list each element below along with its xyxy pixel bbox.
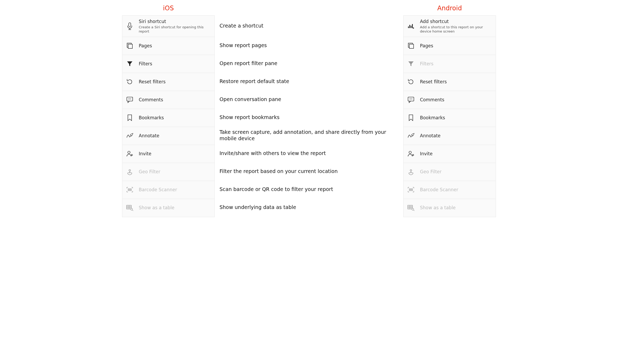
description-text: Show underlying data as table — [220, 204, 296, 211]
description-row: Restore report default state — [218, 72, 400, 90]
ios-menu-item[interactable]: Filters — [122, 55, 214, 73]
menu-item-label: Pages — [139, 43, 152, 48]
android-menu-item: Show as a table — [404, 199, 496, 217]
description-row: Filter the report based on your current … — [218, 162, 400, 180]
barcode-icon — [407, 187, 415, 193]
menu-item-label: Invite — [139, 151, 151, 156]
svg-point-36 — [411, 99, 411, 99]
svg-point-41 — [410, 170, 412, 171]
svg-rect-26 — [408, 26, 409, 28]
description-text: Scan barcode or QR code to filter your r… — [220, 186, 333, 193]
menu-item-label: Show as a table — [139, 205, 174, 210]
menu-item-label: Barcode Scanner — [420, 187, 458, 192]
svg-rect-0 — [129, 23, 131, 27]
svg-point-53 — [412, 208, 414, 210]
svg-rect-29 — [412, 24, 413, 28]
menu-item-label: Geo Filter — [139, 169, 160, 174]
android-heading: Android — [403, 3, 496, 15]
description-row: Show report bookmarks — [218, 108, 400, 126]
reset-icon — [126, 79, 134, 85]
svg-point-7 — [129, 99, 130, 99]
ios-menu-item[interactable]: Invite — [122, 145, 214, 163]
ios-menu-item[interactable]: Annotate — [122, 127, 214, 145]
menu-item-label: Add shortcut — [420, 19, 492, 24]
addshortcut-icon — [407, 23, 415, 29]
svg-rect-33 — [409, 44, 414, 48]
menu-item-label: Geo Filter — [420, 169, 442, 174]
description-text: Take screen capture, add annotation, and… — [220, 129, 398, 142]
filter-icon — [126, 61, 134, 67]
table-icon — [407, 205, 415, 211]
pages-icon — [126, 42, 134, 49]
description-row: Create a shortcut — [218, 15, 400, 37]
android-menu-item[interactable]: Bookmarks — [404, 109, 496, 127]
description-row: Take screen capture, add annotation, and… — [218, 126, 400, 144]
menu-item-subtext: Create a Siri shortcut for opening this … — [139, 25, 211, 33]
menu-item-label: Pages — [420, 43, 433, 48]
ios-menu: Siri shortcutCreate a Siri shortcut for … — [122, 15, 215, 217]
android-menu-item: Geo Filter — [404, 163, 496, 181]
descriptions-column: Create a shortcutShow report pagesOpen r… — [218, 3, 400, 216]
ios-menu-item: Geo Filter — [122, 163, 214, 181]
description-text: Invite/share with others to view the rep… — [220, 150, 326, 157]
table-icon — [126, 205, 134, 211]
ios-menu-item[interactable]: Pages — [122, 37, 214, 55]
android-menu-item: Filters — [404, 55, 496, 73]
description-text: Show report bookmarks — [220, 114, 280, 121]
comment-icon — [126, 97, 134, 103]
description-row: Invite/share with others to view the rep… — [218, 144, 400, 162]
reset-icon — [407, 79, 415, 85]
mic-icon — [126, 22, 134, 30]
filter-icon — [407, 61, 415, 67]
svg-rect-19 — [127, 205, 131, 209]
svg-point-35 — [410, 99, 410, 99]
svg-point-8 — [131, 99, 131, 99]
android-column: Android Add shortcutAdd a shortcut to th… — [403, 3, 496, 217]
svg-point-37 — [412, 99, 413, 99]
ios-menu-item[interactable]: Siri shortcutCreate a Siri shortcut for … — [122, 16, 214, 37]
android-menu-item: Barcode Scanner — [404, 181, 496, 199]
android-menu-item[interactable]: Add shortcutAdd a shortcut to this repor… — [404, 16, 496, 37]
geo-icon — [407, 168, 415, 175]
bookmark-icon — [407, 114, 415, 121]
svg-point-38 — [409, 151, 411, 154]
svg-rect-48 — [408, 205, 413, 209]
ios-column: iOS Siri shortcutCreate a Siri shortcut … — [122, 3, 215, 217]
menu-item-label: Comments — [139, 97, 163, 102]
ios-menu-item: Show as a table — [122, 199, 214, 217]
android-menu-item[interactable]: Comments — [404, 91, 496, 109]
menu-item-label: Siri shortcut — [139, 19, 211, 24]
pages-icon — [407, 42, 415, 49]
description-text: Show report pages — [220, 42, 267, 49]
menu-item-label: Reset filters — [139, 79, 165, 84]
description-text: Create a shortcut — [220, 23, 263, 29]
menu-item-subtext: Add a shortcut to this report on your de… — [420, 25, 492, 33]
android-menu: Add shortcutAdd a shortcut to this repor… — [403, 15, 496, 217]
android-menu-item[interactable]: Annotate — [404, 127, 496, 145]
menu-item-label: Invite — [420, 151, 433, 156]
description-text: Filter the report based on your current … — [220, 168, 338, 175]
description-row: Open conversation pane — [218, 90, 400, 108]
svg-rect-4 — [128, 44, 132, 48]
bookmark-icon — [126, 114, 134, 121]
ios-menu-item: Barcode Scanner — [122, 181, 214, 199]
android-menu-item[interactable]: Reset filters — [404, 73, 496, 91]
barcode-icon — [126, 187, 134, 193]
ios-menu-item[interactable]: Comments — [122, 91, 214, 109]
description-text: Open report filter pane — [220, 60, 277, 67]
android-menu-item[interactable]: Pages — [404, 37, 496, 55]
ios-menu-item[interactable]: Reset filters — [122, 73, 214, 91]
description-text: Restore report default state — [220, 78, 289, 85]
menu-item-label: Annotate — [139, 133, 159, 138]
menu-item-label: Comments — [420, 97, 444, 102]
description-row: Open report filter pane — [218, 54, 400, 72]
menu-item-label: Filters — [139, 61, 152, 66]
annotate-icon — [407, 133, 415, 139]
description-row: Scan barcode or QR code to filter your r… — [218, 180, 400, 198]
description-row: Show report pages — [218, 37, 400, 54]
description-text: Open conversation pane — [220, 96, 281, 103]
svg-rect-27 — [409, 25, 410, 28]
android-menu-item[interactable]: Invite — [404, 145, 496, 163]
ios-menu-item[interactable]: Bookmarks — [122, 109, 214, 127]
menu-item-label: Bookmarks — [420, 115, 445, 120]
